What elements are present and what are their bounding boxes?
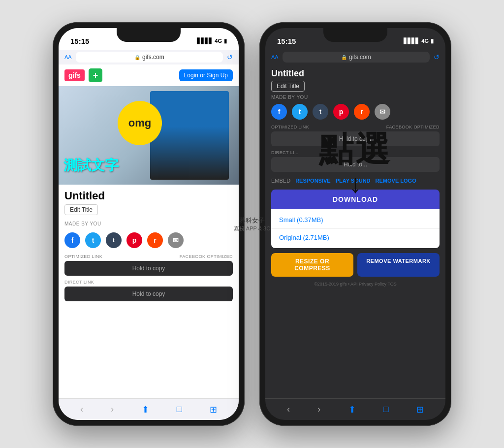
- left-hold-to-copy-1[interactable]: Hold to copy: [64, 261, 233, 276]
- right-direct-link-label: DIRECT LI...: [271, 150, 440, 155]
- download-header[interactable]: DOWNLOAD: [271, 190, 440, 209]
- resize-compress-btn[interactable]: RESIZE OR COMPRESS: [271, 253, 353, 277]
- right-forward-btn[interactable]: ›: [317, 404, 320, 415]
- right-embed-label: EMBED: [271, 178, 290, 184]
- right-bookmarks-btn[interactable]: □: [383, 404, 389, 415]
- left-url-area[interactable]: 🔒 gifs.com: [76, 52, 223, 63]
- right-facebook-icon[interactable]: f: [271, 104, 287, 120]
- right-network-label: 4G: [421, 38, 429, 44]
- right-facebook-optimized-label: FACEBOOK OPTIMIZED: [386, 125, 440, 129]
- right-phone-inner: 15:15 ▋▋▋▋ 4G ▮ AA 🔒 gifs.com ↺: [265, 28, 445, 420]
- right-untitled: Untitled: [271, 68, 440, 79]
- right-remove-logo[interactable]: REMOVE LOGO: [376, 178, 416, 184]
- right-back-btn[interactable]: ‹: [287, 404, 290, 415]
- right-responsive[interactable]: RESPONSIVE: [295, 178, 331, 184]
- download-small[interactable]: Small (0.37MB): [271, 211, 440, 229]
- right-signal-icon: ▋▋▋▋: [404, 38, 419, 44]
- right-reddit-icon[interactable]: r: [354, 104, 370, 120]
- left-share-btn[interactable]: ⬆: [142, 404, 149, 415]
- right-action-row: RESIZE OR COMPRESS REMOVE WATERMARK: [271, 253, 440, 277]
- right-pinterest-icon[interactable]: p: [333, 104, 349, 120]
- gif-image: omg 測試文字: [59, 86, 239, 185]
- left-link-labels: OPTIMIZED LINK FACEBOOK OPTIMIZED: [64, 254, 233, 259]
- download-options: Small (0.37MB) Original (2.71MB): [271, 209, 440, 248]
- email-icon[interactable]: ✉: [168, 232, 184, 248]
- scene: 募科女子 嘉粉 APP & 3C 15:15 ▋▋▋▋ 4G ▮ AA: [0, 0, 504, 448]
- right-edit-title-btn[interactable]: Edit Title: [271, 81, 305, 92]
- left-link-section: OPTIMIZED LINK FACEBOOK OPTIMIZED Hold t…: [59, 252, 239, 307]
- left-reload-btn[interactable]: ↺: [227, 53, 233, 61]
- right-link-labels: OPTIMIZED LINK FACEBOOK OPTIMIZED: [271, 125, 440, 129]
- right-header-area: Untitled Edit Title MADE BY YOU f t t p …: [265, 64, 445, 120]
- left-phone-inner: 15:15 ▋▋▋▋ 4G ▮ AA 🔒 gifs.com ↺: [59, 28, 239, 420]
- right-bottom-toolbar: ‹ › ⬆ □ ⊞: [265, 398, 445, 420]
- right-phone-frame: 15:15 ▋▋▋▋ 4G ▮ AA 🔒 gifs.com ↺: [259, 22, 451, 426]
- right-battery-icon: ▮: [431, 38, 434, 44]
- right-lock-icon: 🔒: [341, 55, 347, 60]
- gif-person-shape: [150, 91, 229, 180]
- reddit-icon[interactable]: r: [147, 232, 163, 248]
- left-url: gifs.com: [142, 54, 164, 61]
- right-status-icons: ▋▋▋▋ 4G ▮: [404, 38, 434, 44]
- right-url-area[interactable]: 🔒 gifs.com: [283, 52, 430, 63]
- left-title: Untitled: [59, 185, 239, 204]
- right-embed-row: EMBED RESPONSIVE PLAY SOUND REMOVE LOGO: [271, 176, 440, 186]
- left-back-btn[interactable]: ‹: [80, 404, 83, 415]
- right-email-icon[interactable]: ✉: [375, 104, 390, 120]
- left-notch: [117, 28, 181, 42]
- right-social-row: f t t p r ✉: [271, 104, 440, 120]
- right-tumblr-icon[interactable]: t: [313, 104, 328, 120]
- right-optimized-link-label: OPTIMIZED LINK: [271, 125, 309, 129]
- right-notch: [323, 28, 387, 42]
- left-tabs-btn[interactable]: ⊞: [210, 404, 217, 415]
- left-hold-to-copy-2[interactable]: Hold to copy: [64, 287, 233, 301]
- download-original[interactable]: Original (2.71MB): [271, 229, 440, 246]
- remove-watermark-btn[interactable]: REMOVE WATERMARK: [357, 253, 440, 277]
- right-footer: ©2015-2019 gifs • API Privacy Policy TOS: [265, 280, 445, 288]
- left-phone-frame: 15:15 ▋▋▋▋ 4G ▮ AA 🔒 gifs.com ↺: [53, 22, 245, 426]
- right-play-sound[interactable]: PLAY SOUND: [336, 178, 371, 184]
- optimized-link-label: OPTIMIZED LINK: [64, 254, 102, 259]
- left-browser-content: gifs + Login or Sign Up omg 測試文字 Untitle…: [59, 64, 239, 398]
- right-time: 15:15: [277, 37, 296, 45]
- gifs-logo: gifs: [64, 69, 85, 81]
- right-address-bar[interactable]: AA 🔒 gifs.com ↺: [265, 50, 445, 64]
- left-made-by-you: MADE BY YOU: [59, 219, 239, 228]
- left-bottom-toolbar: ‹ › ⬆ □ ⊞: [59, 398, 239, 420]
- right-made-by-you: MADE BY YOU: [271, 95, 440, 100]
- battery-icon: ▮: [224, 38, 227, 44]
- chinese-text-overlay: 測試文字: [63, 156, 119, 175]
- twitter-icon[interactable]: t: [85, 232, 101, 248]
- right-link-section: OPTIMIZED LINK FACEBOOK OPTIMIZED Hold t…: [265, 125, 445, 186]
- right-download-section: DOWNLOAD Small (0.37MB) Original (2.71MB…: [271, 190, 440, 248]
- pinterest-icon[interactable]: p: [126, 232, 142, 248]
- right-hold-to-copy-2[interactable]: Hold to...: [271, 157, 440, 172]
- right-hold-to-copy-1[interactable]: Hold to copy: [271, 131, 440, 146]
- right-url: gifs.com: [349, 54, 371, 61]
- facebook-icon[interactable]: f: [64, 232, 80, 248]
- right-share-btn[interactable]: ⬆: [348, 404, 356, 415]
- signal-icon: ▋▋▋▋: [197, 38, 213, 44]
- left-gifs-header: gifs + Login or Sign Up: [59, 64, 239, 86]
- left-time: 15:15: [70, 37, 89, 45]
- right-aa[interactable]: AA: [271, 54, 279, 60]
- right-tabs-btn[interactable]: ⊞: [416, 404, 424, 415]
- right-twitter-icon[interactable]: t: [292, 104, 308, 120]
- login-button[interactable]: Login or Sign Up: [179, 69, 233, 81]
- left-social-row: f t t p r ✉: [59, 228, 239, 252]
- omg-circle: omg: [118, 101, 162, 145]
- left-bookmarks-btn[interactable]: □: [177, 404, 182, 415]
- facebook-optimized-label: FACEBOOK OPTIMIZED: [180, 254, 233, 259]
- tumblr-icon[interactable]: t: [106, 232, 122, 248]
- left-edit-title-btn[interactable]: Edit Title: [64, 204, 98, 215]
- left-aa[interactable]: AA: [64, 54, 72, 60]
- network-label: 4G: [215, 38, 222, 44]
- right-browser-content: Untitled Edit Title MADE BY YOU f t t p …: [265, 64, 445, 398]
- plus-button[interactable]: +: [89, 68, 102, 82]
- left-forward-btn[interactable]: ›: [111, 404, 114, 415]
- left-direct-link-label: DIRECT LINK: [64, 280, 233, 285]
- left-status-icons: ▋▋▋▋ 4G ▮: [197, 38, 227, 44]
- left-lock-icon: 🔒: [134, 55, 140, 60]
- right-reload-btn[interactable]: ↺: [434, 53, 440, 61]
- left-address-bar[interactable]: AA 🔒 gifs.com ↺: [59, 50, 239, 64]
